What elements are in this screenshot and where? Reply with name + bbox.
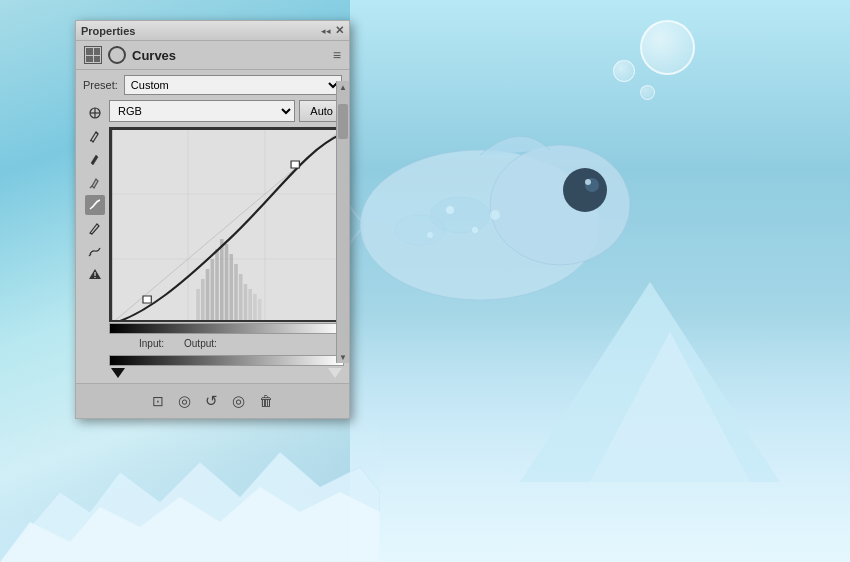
- fish: [320, 70, 640, 350]
- bubble-large: [640, 20, 695, 75]
- collapse-button[interactable]: ◂◂: [321, 26, 331, 36]
- svg-rect-35: [253, 294, 257, 322]
- svg-rect-40: [291, 161, 299, 168]
- svg-rect-39: [143, 296, 151, 303]
- grid-icon[interactable]: [84, 46, 102, 64]
- svg-point-1: [490, 145, 630, 265]
- pencil-tool-icon[interactable]: [85, 218, 105, 238]
- curve-tool-icon[interactable]: [85, 195, 105, 215]
- white-point-triangle[interactable]: [328, 368, 342, 378]
- input-gradient-bar: [109, 355, 344, 366]
- panel-body: Preset: Custom Default Strong Contrast M…: [76, 70, 349, 383]
- svg-point-9: [490, 210, 500, 220]
- panel-scrollbar[interactable]: ▲ ▼: [336, 81, 349, 363]
- curves-svg: [111, 129, 342, 322]
- svg-point-7: [446, 206, 454, 214]
- titlebar-controls: ◂◂ ✕: [321, 24, 344, 37]
- left-tools: [81, 100, 109, 378]
- channel-select-wrapper: RGB Red Green Blue: [109, 100, 295, 122]
- svg-rect-31: [234, 264, 238, 322]
- scroll-arrow-up[interactable]: ▲: [337, 81, 349, 93]
- svg-rect-27: [215, 249, 219, 322]
- sample-tool-icon[interactable]: [85, 103, 105, 123]
- svg-rect-18: [95, 277, 96, 278]
- svg-rect-34: [248, 289, 252, 322]
- panel-header: Curves ≡: [76, 41, 349, 70]
- svg-rect-33: [244, 284, 248, 322]
- output-label: Output:: [184, 338, 217, 349]
- svg-rect-30: [229, 254, 233, 322]
- panel-footer: ⊡ ◎ ↺ ◎ 🗑: [76, 383, 349, 418]
- channel-select[interactable]: RGB Red Green Blue: [109, 100, 295, 122]
- preset-row: Preset: Custom Default Strong Contrast M…: [81, 75, 344, 95]
- main-content: RGB Red Green Blue Auto: [81, 100, 344, 378]
- curves-graph[interactable]: [109, 127, 344, 322]
- svg-point-8: [472, 227, 478, 233]
- smooth-tool-icon[interactable]: [85, 241, 105, 261]
- gray-eyedropper-icon[interactable]: [85, 172, 105, 192]
- close-button[interactable]: ✕: [335, 24, 344, 37]
- scroll-arrow-down[interactable]: ▼: [337, 351, 349, 363]
- svg-rect-32: [239, 274, 243, 322]
- svg-rect-38: [196, 289, 200, 322]
- input-group: Input:: [139, 338, 164, 349]
- panel-menu-icon[interactable]: ≡: [333, 47, 341, 63]
- delete-icon[interactable]: 🗑: [259, 393, 273, 409]
- svg-rect-28: [220, 239, 224, 322]
- svg-rect-29: [225, 244, 229, 322]
- scroll-thumb[interactable]: [338, 104, 348, 139]
- svg-rect-37: [201, 279, 205, 322]
- output-gradient-bar: [109, 323, 344, 334]
- preset-select[interactable]: Custom Default Strong Contrast Medium Co…: [124, 75, 342, 95]
- panel-header-left: Curves: [84, 46, 176, 64]
- svg-rect-36: [258, 299, 262, 322]
- panel-titlebar: Properties ◂◂ ✕: [76, 21, 349, 41]
- black-eyedropper-icon[interactable]: [85, 149, 105, 169]
- histogram-icon[interactable]: [85, 264, 105, 284]
- svg-rect-25: [206, 269, 210, 322]
- white-eyedropper-icon[interactable]: [85, 126, 105, 146]
- svg-rect-17: [95, 272, 96, 276]
- svg-point-4: [585, 179, 591, 185]
- preview-before-icon[interactable]: ◎: [178, 392, 191, 410]
- scrubber-row: [109, 368, 344, 378]
- properties-panel: Properties ◂◂ ✕ Curves ≡ Preset:: [75, 20, 350, 419]
- svg-point-10: [427, 232, 433, 238]
- visibility-icon[interactable]: ◎: [232, 392, 245, 410]
- svg-point-2: [563, 168, 607, 212]
- input-label: Input:: [139, 338, 164, 349]
- output-group: Output:: [184, 338, 217, 349]
- curves-label: Curves: [132, 48, 176, 63]
- bubble-small-2: [640, 85, 655, 100]
- preset-label: Preset:: [83, 79, 118, 91]
- channel-row: RGB Red Green Blue Auto: [109, 100, 344, 122]
- svg-rect-26: [211, 259, 215, 322]
- layer-mask-icon[interactable]: [108, 46, 126, 64]
- clip-to-layer-icon[interactable]: ⊡: [152, 393, 164, 409]
- io-row: Input: Output:: [109, 334, 344, 353]
- black-point-triangle[interactable]: [111, 368, 125, 378]
- svg-point-6: [395, 215, 445, 245]
- preset-select-wrapper: Custom Default Strong Contrast Medium Co…: [124, 75, 342, 95]
- right-panel: RGB Red Green Blue Auto: [109, 100, 344, 378]
- reset-icon[interactable]: ↺: [205, 392, 218, 410]
- panel-title: Properties: [81, 25, 135, 37]
